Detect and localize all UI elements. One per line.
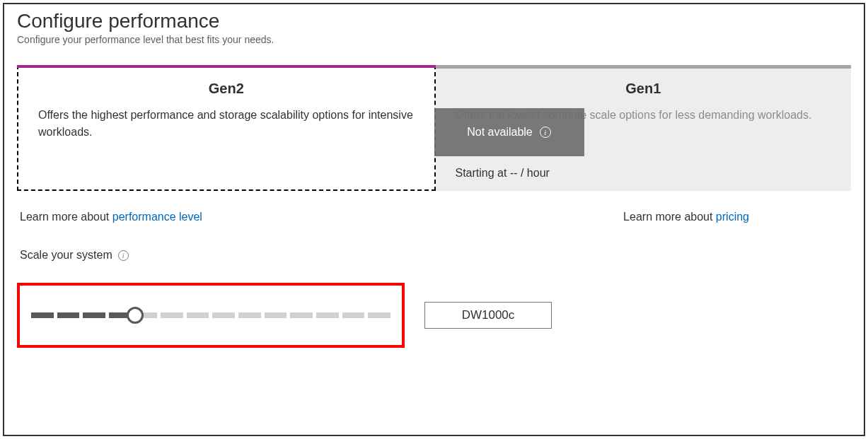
slider-segment <box>290 312 313 318</box>
not-available-text: Not available <box>467 126 533 139</box>
slider-segment <box>368 312 390 318</box>
learn-pricing: Learn more about pricing <box>623 211 749 223</box>
info-icon[interactable]: i <box>118 250 129 261</box>
scale-label: Scale your system i <box>17 249 129 262</box>
learn-pricing-prefix: Learn more about <box>623 211 716 223</box>
page-subtitle: Configure your performance level that be… <box>17 34 851 45</box>
generation-tabs: Gen2 Offers the highest performance and … <box>17 65 851 191</box>
tab-gen2-description: Offers the highest performance and stora… <box>38 107 415 141</box>
slider-segment <box>161 312 183 318</box>
slider-segment <box>187 312 209 318</box>
tab-gen1-title: Gen1 <box>456 81 832 97</box>
scale-value-display: DW1000c <box>424 302 552 329</box>
learn-performance: Learn more about performance level <box>20 211 202 223</box>
info-icon[interactable]: i <box>540 127 551 138</box>
learn-performance-prefix: Learn more about <box>20 211 112 223</box>
slider-segment <box>265 312 287 318</box>
slider-highlight-box <box>17 283 405 348</box>
tab-gen2-title: Gen2 <box>38 81 415 97</box>
performance-level-link[interactable]: performance level <box>112 211 202 223</box>
slider-segment <box>342 312 365 318</box>
slider-segment <box>316 312 339 318</box>
scale-slider[interactable] <box>31 312 390 318</box>
slider-segment <box>31 312 54 318</box>
page-title: Configure performance <box>17 10 851 33</box>
tab-gen2[interactable]: Gen2 Offers the highest performance and … <box>17 65 436 191</box>
slider-segment <box>83 312 105 318</box>
slider-thumb[interactable] <box>127 307 144 324</box>
tab-gen1-pricing: Starting at -- / hour <box>456 167 550 180</box>
slider-segment <box>238 312 261 318</box>
slider-segment <box>57 312 80 318</box>
not-available-badge: Not available i <box>434 108 584 156</box>
scale-label-text: Scale your system <box>20 249 112 262</box>
slider-segment <box>212 312 235 318</box>
tab-gen1: Gen1 Offers the lowest compute scale opt… <box>436 65 852 191</box>
pricing-link[interactable]: pricing <box>716 211 749 223</box>
